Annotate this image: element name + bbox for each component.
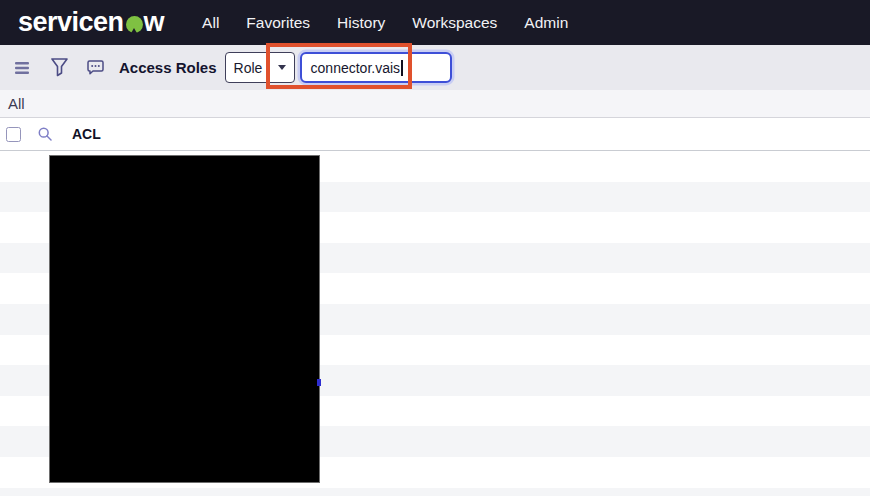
logo-text-pre: servicen: [18, 7, 124, 38]
nav-item-admin[interactable]: Admin: [524, 14, 568, 32]
search-input[interactable]: connector.vais: [300, 52, 452, 83]
text-cursor: [401, 60, 403, 76]
nav-item-all[interactable]: All: [202, 14, 219, 32]
nav-item-history[interactable]: History: [337, 14, 385, 32]
servicenow-app: servicenow All Favorites History Workspa…: [0, 0, 870, 496]
chevron-down-icon: [278, 65, 286, 70]
column-header-acl[interactable]: ACL: [72, 126, 101, 142]
search-icon[interactable]: [38, 127, 52, 141]
logo-green-o-icon: o: [126, 16, 143, 33]
breadcrumb: All: [0, 90, 870, 118]
list-title: Access Roles: [119, 59, 217, 76]
menu-icon[interactable]: [15, 62, 29, 74]
table-row[interactable]: [0, 488, 870, 496]
breadcrumb-all[interactable]: All: [8, 95, 25, 112]
nav-item-workspaces[interactable]: Workspaces: [412, 14, 497, 32]
top-navbar: servicenow All Favorites History Workspa…: [0, 0, 870, 45]
logo-text-post: w: [144, 7, 165, 38]
list-toolbar: Access Roles Role connector.vais: [0, 45, 870, 90]
nav-item-favorites[interactable]: Favorites: [246, 14, 310, 32]
table-header: ACL: [0, 118, 870, 151]
chat-icon[interactable]: [87, 60, 104, 75]
search-field-select-value: Role: [234, 60, 263, 76]
primary-nav: All Favorites History Workspaces Admin: [202, 14, 568, 32]
filter-icon[interactable]: [51, 58, 68, 77]
link-fragment[interactable]: [317, 379, 321, 386]
search-field-select[interactable]: Role: [225, 52, 295, 83]
select-all-checkbox[interactable]: [6, 127, 21, 142]
search-input-value: connector.vais: [311, 60, 401, 76]
redacted-content: [49, 155, 320, 483]
servicenow-logo[interactable]: servicenow: [18, 7, 164, 38]
